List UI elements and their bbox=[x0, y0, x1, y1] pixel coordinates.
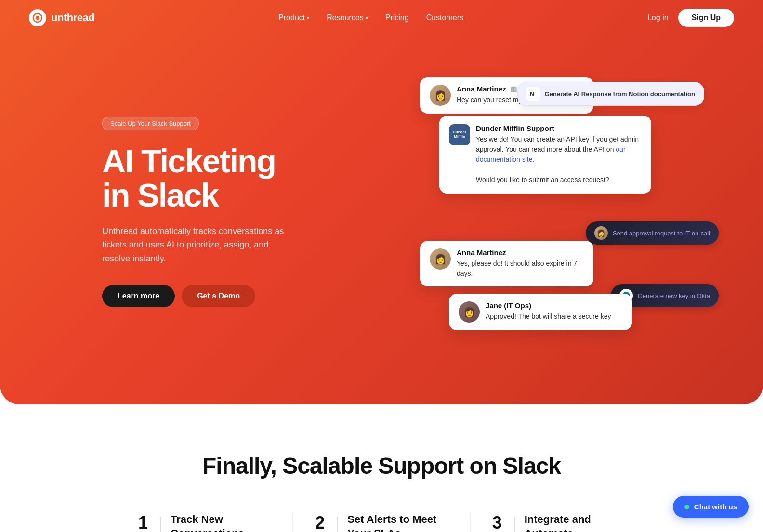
chat-name-3: Anna Martinez bbox=[457, 248, 506, 257]
avatar-anna-1: 👩 bbox=[430, 85, 451, 106]
feature-divider-1 bbox=[160, 517, 161, 532]
chat-widget-label: Chat with us bbox=[694, 503, 737, 511]
avatar-action-1: 👩 bbox=[594, 226, 608, 240]
svg-text:N: N bbox=[530, 91, 534, 98]
nav-product[interactable]: Product ▾ bbox=[278, 13, 309, 22]
chat-body-4: Jane (IT Ops) Approved! The bot will sha… bbox=[486, 301, 611, 322]
feature-number-1: 1 bbox=[136, 513, 150, 532]
online-indicator bbox=[684, 505, 689, 509]
section-scalable: Finally, Scalable Support on Slack 1 Tra… bbox=[0, 404, 763, 532]
nav-pricing[interactable]: Pricing bbox=[385, 13, 409, 22]
building-icon: 🏢 bbox=[510, 86, 517, 92]
avatar-anna-2: 👩 bbox=[430, 248, 451, 270]
hero-badge: Scale Up Your Slack Support bbox=[102, 117, 199, 130]
chevron-down-icon: ▾ bbox=[366, 15, 368, 21]
chat-card-3: 👩 Anna Martinez Yes, please do! It shoul… bbox=[420, 241, 593, 286]
logo-icon bbox=[29, 9, 46, 26]
feature-text-2: Set Alerts to Meet Your SLAs bbox=[347, 513, 450, 532]
feature-divider-3 bbox=[514, 517, 515, 532]
chat-body-3: Anna Martinez Yes, please do! It should … bbox=[457, 248, 584, 279]
nav-actions: Log in Sign Up bbox=[647, 9, 734, 27]
chat-widget-button[interactable]: Chat with us bbox=[673, 496, 749, 518]
signup-button[interactable]: Sign Up bbox=[678, 9, 734, 27]
nav-resources[interactable]: Resources ▾ bbox=[327, 13, 368, 22]
navbar: unthread Product ▾ Resources ▾ Pricing C… bbox=[0, 0, 763, 36]
feature-divider-2 bbox=[337, 517, 338, 532]
chat-message-4: Approved! The bot will share a secure ke… bbox=[486, 311, 611, 322]
ai-badge-text: Generate AI Response from Notion documen… bbox=[545, 91, 695, 98]
action-badge-text-1: Send approval request to IT on-call bbox=[613, 230, 710, 237]
feature-text-1: Track New Conversations bbox=[171, 513, 273, 532]
chat-message-2: Yes we do! You can create an API key if … bbox=[476, 134, 642, 185]
feature-number-2: 2 bbox=[313, 513, 327, 532]
logo-text: unthread bbox=[51, 12, 94, 24]
chat-name-2: Dunder Mifflin Support bbox=[476, 124, 554, 132]
action-badge-approval: 👩 Send approval request to IT on-call bbox=[586, 221, 719, 245]
chat-name-4: Jane (IT Ops) bbox=[486, 301, 531, 310]
nav-links: Product ▾ Resources ▾ Pricing Customers bbox=[278, 13, 463, 22]
chat-header-3: Anna Martinez bbox=[457, 248, 584, 257]
hero-section: Scale Up Your Slack Support AI Ticketing… bbox=[0, 0, 763, 404]
action-badge-text-2: Generate new key in Okta bbox=[638, 292, 710, 299]
svg-point-1 bbox=[36, 16, 39, 20]
feature-title-2: Set Alerts to Meet Your SLAs bbox=[347, 513, 450, 532]
chat-message-3: Yes, please do! It should also expire in… bbox=[457, 259, 584, 279]
chat-header-2: Dunder Mifflin Support bbox=[476, 124, 642, 132]
section2-title: Finally, Scalable Support on Slack bbox=[29, 453, 734, 479]
chat-body-2: Dunder Mifflin Support Yes we do! You ca… bbox=[476, 124, 642, 185]
hero-left: Scale Up Your Slack Support AI Ticketing… bbox=[102, 117, 295, 307]
feature-title-1: Track New Conversations bbox=[171, 513, 273, 532]
feature-item-2: 2 Set Alerts to Meet Your SLAs bbox=[292, 513, 469, 532]
learn-more-button[interactable]: Learn more bbox=[102, 285, 175, 307]
chat-header-4: Jane (IT Ops) bbox=[486, 301, 611, 310]
chat-demo: 👩 Anna Martinez 🏢 Vandelay Industries He… bbox=[410, 77, 680, 347]
feature-item-3: 3 Integrate and Automate Connect to your… bbox=[470, 513, 646, 532]
hero-buttons: Learn more Get a Demo bbox=[102, 285, 295, 307]
login-button[interactable]: Log in bbox=[647, 13, 669, 22]
feature-item-1: 1 Track New Conversations bbox=[117, 513, 292, 532]
feature-number-3: 3 bbox=[490, 513, 504, 532]
chat-card-2: DunderMifflin Dunder Mifflin Support Yes… bbox=[439, 116, 651, 194]
hero-title: AI Ticketing in Slack bbox=[102, 144, 295, 213]
get-demo-button[interactable]: Get a Demo bbox=[182, 285, 255, 307]
feature-title-3: Integrate and Automate bbox=[525, 513, 627, 532]
avatar-dunder: DunderMifflin bbox=[449, 124, 470, 145]
chat-name-1: Anna Martinez bbox=[457, 85, 506, 93]
hero-subtitle: Unthread automatically tracks conversati… bbox=[102, 224, 295, 266]
avatar-jane: 👩 bbox=[459, 301, 480, 323]
notion-icon: N bbox=[526, 87, 540, 101]
features-row: 1 Track New Conversations 2 Set Alerts t… bbox=[117, 513, 646, 532]
feature-text-3: Integrate and Automate Connect to your t… bbox=[525, 513, 627, 532]
logo[interactable]: unthread bbox=[29, 9, 94, 26]
chevron-down-icon: ▾ bbox=[307, 15, 309, 21]
ai-notion-badge: N Generate AI Response from Notion docum… bbox=[517, 82, 704, 106]
nav-customers[interactable]: Customers bbox=[426, 13, 463, 22]
chat-card-4: 👩 Jane (IT Ops) Approved! The bot will s… bbox=[449, 294, 632, 330]
